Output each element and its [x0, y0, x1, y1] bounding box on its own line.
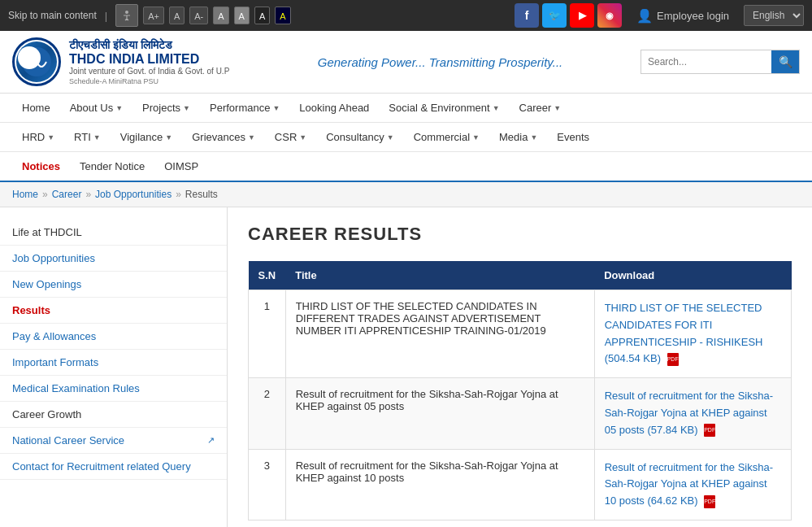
font-dark-btn[interactable]: A [254, 7, 270, 24]
nav-projects[interactable]: Projects ▼ [132, 94, 200, 122]
nav-commercial[interactable]: Commercial ▼ [404, 123, 489, 151]
col-header-title: Title [285, 261, 594, 290]
table-cell-title: Result of recruitment for the Siksha-Sah… [285, 449, 594, 520]
font-increase-btn[interactable]: A+ [143, 7, 164, 24]
search-input[interactable] [641, 50, 771, 73]
main-nav: Home About Us ▼ Projects ▼ Performance ▼… [0, 94, 812, 182]
nav-performance[interactable]: Performance ▼ [200, 94, 289, 122]
table-cell-download: Result of recruitment for the Siksha-Sah… [594, 378, 791, 449]
employee-login-label: Employee login [657, 10, 729, 22]
table-cell-sn: 2 [249, 378, 286, 449]
accessibility-icon[interactable] [115, 4, 138, 27]
font-decrease-btn[interactable]: A- [189, 7, 208, 24]
logo-section: टीएचडीसी इंडिया लिमिटेड THDC INDIA LIMIT… [12, 37, 240, 86]
font-contrast-btn[interactable]: A [275, 7, 290, 24]
page-title: CAREER RESULTS [248, 224, 792, 245]
table-cell-download: THIRD LIST OF THE SELECTED CANDIDATES FO… [594, 290, 791, 378]
nav-row-1: Home About Us ▼ Projects ▼ Performance ▼… [0, 94, 812, 122]
tagline-center: Generating Power... Transmitting Prosper… [240, 55, 640, 69]
sidebar-item-new-openings[interactable]: New Openings [0, 272, 227, 298]
table-row: 1 THIRD LIST OF THE SELECTED CANDIDATES … [249, 290, 792, 378]
sidebar-item-ncs[interactable]: National Career Service ↗ [0, 428, 227, 454]
svg-point-1 [22, 47, 51, 76]
table-row: 2 Result of recruitment for the Siksha-S… [249, 378, 792, 449]
sidebar-item-formats[interactable]: Important Formats [0, 350, 227, 376]
pdf-icon: PDF [704, 424, 715, 437]
breadcrumb-job-opportunities[interactable]: Job Opportunities [95, 189, 172, 200]
table-cell-sn: 1 [249, 290, 286, 378]
svg-point-0 [125, 11, 128, 14]
download-link[interactable]: Result of recruitment for the Siksha-Sah… [605, 459, 781, 510]
font-gray-btn[interactable]: A [234, 7, 250, 24]
nav-notices[interactable]: Notices [12, 152, 70, 181]
nav-grievances[interactable]: Grievances ▼ [182, 123, 265, 151]
logo-subtitle: Joint venture of Govt. of India & Govt. … [69, 67, 229, 76]
top-bar: Skip to main content | A+ A A- A A A A f… [0, 0, 812, 31]
nav-home[interactable]: Home [12, 94, 60, 122]
download-link[interactable]: THIRD LIST OF THE SELECTED CANDIDATES FO… [605, 300, 781, 368]
sidebar-item-medical[interactable]: Medical Examination Rules [0, 376, 227, 402]
sidebar-item-growth[interactable]: Career Growth [0, 402, 227, 428]
search-button[interactable]: 🔍 [771, 50, 799, 73]
sidebar-item-life[interactable]: Life at THDCIL [0, 220, 227, 246]
nav-events[interactable]: Events [547, 123, 599, 151]
logo-inner [16, 41, 57, 82]
table-cell-title: THIRD LIST OF THE SELECTED CANDIDATES IN… [285, 290, 594, 378]
user-icon: 👤 [636, 8, 653, 24]
table-cell-download: Result of recruitment for the Siksha-Sah… [594, 449, 791, 520]
nav-oimsp[interactable]: OIMSP [154, 152, 208, 181]
employee-login-link[interactable]: 👤 Employee login [636, 8, 729, 24]
sidebar-item-pay[interactable]: Pay & Allowances [0, 324, 227, 350]
sidebar: Life at THDCIL Job Opportunities New Ope… [0, 207, 228, 527]
logo-tagline: Schedule-A MiniRatna PSU [69, 77, 229, 85]
social-icons: f 🐦 ▶ ◉ [515, 3, 622, 28]
language-selector[interactable]: English Hindi [744, 5, 804, 26]
logo-text: टीएचडीसी इंडिया लिमिटेड THDC INDIA LIMIT… [69, 38, 229, 85]
facebook-btn[interactable]: f [515, 3, 539, 28]
logo-english: THDC INDIA LIMITED [69, 52, 229, 67]
logo-circle [12, 37, 61, 86]
nav-csr[interactable]: CSR ▼ [265, 123, 316, 151]
nav-hrd[interactable]: HRD ▼ [12, 123, 64, 151]
pdf-icon: PDF [667, 353, 679, 366]
twitter-btn[interactable]: 🐦 [542, 3, 567, 28]
breadcrumb-home[interactable]: Home [12, 189, 38, 200]
nav-consultancy[interactable]: Consultancy ▼ [316, 123, 403, 151]
col-header-download: Download [594, 261, 791, 290]
logo-hindi: टीएचडीसी इंडिया लिमिटेड [69, 38, 229, 52]
nav-career[interactable]: Career ▼ [510, 94, 571, 122]
breadcrumb: Home » Career » Job Opportunities » Resu… [0, 182, 812, 207]
nav-looking-ahead[interactable]: Looking Ahead [289, 94, 379, 122]
content-area: CAREER RESULTS S.N Title Download 1 THIR… [228, 207, 812, 527]
font-normal-btn[interactable]: A [169, 7, 185, 24]
table-row: 3 Result of recruitment for the Siksha-S… [249, 449, 792, 520]
nav-row-2: HRD ▼ RTI ▼ Vigilance ▼ Grievances ▼ CSR… [0, 122, 812, 151]
download-link[interactable]: Result of recruitment for the Siksha-Sah… [605, 388, 781, 438]
font-white-btn[interactable]: A [213, 7, 228, 24]
sidebar-item-contact[interactable]: Contact for Recruitment related Query [0, 454, 227, 480]
youtube-btn[interactable]: ▶ [570, 3, 594, 28]
logo-bar: टीएचडीसी इंडिया लिमिटेड THDC INDIA LIMIT… [0, 31, 812, 94]
external-link-icon: ↗ [207, 435, 215, 446]
nav-vigilance[interactable]: Vigilance ▼ [111, 123, 182, 151]
breadcrumb-career[interactable]: Career [52, 189, 82, 200]
nav-media[interactable]: Media ▼ [489, 123, 547, 151]
table-cell-title: Result of recruitment for the Siksha-Sah… [285, 378, 594, 449]
sidebar-item-results[interactable]: Results [0, 298, 227, 324]
instagram-btn[interactable]: ◉ [597, 3, 622, 28]
nav-social-env[interactable]: Social & Environment ▼ [379, 94, 509, 122]
nav-rti[interactable]: RTI ▼ [64, 123, 111, 151]
col-header-sn: S.N [249, 261, 286, 290]
sidebar-item-job-opp[interactable]: Job Opportunities [0, 246, 227, 272]
main-content: Life at THDCIL Job Opportunities New Ope… [0, 207, 812, 527]
pdf-icon: PDF [704, 495, 715, 508]
table-cell-sn: 3 [249, 449, 286, 520]
search-bar: 🔍 [640, 50, 800, 74]
results-table: S.N Title Download 1 THIRD LIST OF THE S… [248, 261, 792, 520]
svg-point-2 [28, 54, 36, 63]
nav-tender[interactable]: Tender Notice [70, 152, 154, 181]
nav-row-3: Notices Tender Notice OIMSP [0, 151, 812, 181]
skip-link[interactable]: Skip to main content [8, 10, 97, 21]
breadcrumb-current: Results [185, 189, 218, 200]
nav-about[interactable]: About Us ▼ [60, 94, 132, 122]
